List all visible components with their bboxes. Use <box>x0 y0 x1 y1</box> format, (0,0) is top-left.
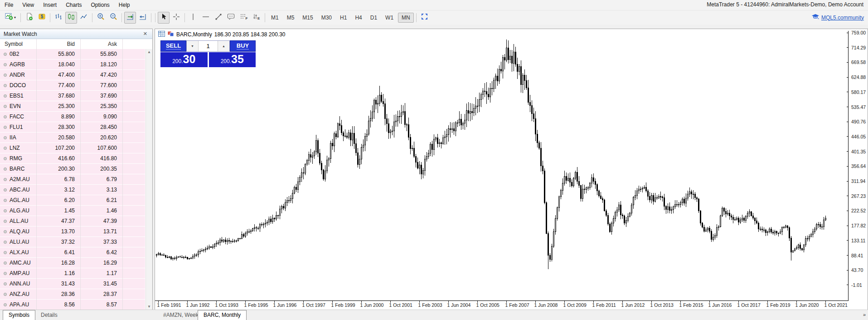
bar-chart-icon <box>54 13 63 22</box>
chart-shift-button[interactable] <box>137 12 149 24</box>
market-watch-row-AMP.AU[interactable]: AMP.AU1.161.17 <box>0 268 145 278</box>
line-chart-mode-button[interactable] <box>78 12 90 24</box>
fullscreen-button[interactable] <box>419 12 431 24</box>
mql5-link-text[interactable]: MQL5.community <box>821 15 864 21</box>
market-watch-row-ANN.AU[interactable]: ANN.AU31.4331.45 <box>0 279 145 289</box>
tab-details[interactable]: Details <box>35 311 63 319</box>
tab-overflow-chevron[interactable]: » <box>863 312 866 317</box>
crosshair-tool-button[interactable] <box>170 12 182 24</box>
market-watch-row-APA.AU[interactable]: APA.AU8.568.57 <box>0 300 145 310</box>
trendline-tool-button[interactable] <box>213 12 224 24</box>
buy-button[interactable]: BUY <box>230 40 256 52</box>
market-watch-scrollbar[interactable]: ▲ ▼ <box>145 49 152 310</box>
chart-tab-barc-monthly[interactable]: BARC, Monthly <box>198 310 247 320</box>
zoom-out-button[interactable] <box>107 12 119 24</box>
market-watch-row-AMC.AU[interactable]: AMC.AU16.2816.29 <box>0 258 145 268</box>
column-header-ask[interactable]: Ask <box>80 41 122 47</box>
price-axis-label: 624.88 <box>851 74 866 80</box>
bid-value: 18.040 <box>36 61 80 68</box>
market-watch-row-ALU.AU[interactable]: ALU.AU37.3237.33 <box>0 237 145 247</box>
zoom-in-button[interactable] <box>95 12 107 24</box>
timeframe-h4[interactable]: H4 <box>351 13 365 23</box>
deposit-button[interactable]: $ <box>36 12 48 24</box>
toolbar-separator <box>151 13 151 22</box>
column-header-bid[interactable]: Bid <box>36 41 80 47</box>
market-watch-row-A2M.AU[interactable]: A2M.AU6.786.79 <box>0 174 145 184</box>
timeframe-h1[interactable]: H1 <box>336 13 350 23</box>
bid-value: 47.400 <box>36 72 80 78</box>
scroll-down-icon[interactable]: ▼ <box>147 305 151 309</box>
market-watch-row-FACC[interactable]: FACC8.8909.090 <box>0 112 145 122</box>
market-watch-row-RMG[interactable]: RMG416.60416.80 <box>0 153 145 163</box>
market-watch-row-ALL.AU[interactable]: ALL.AU47.3747.39 <box>0 216 145 226</box>
bid-value: 47.37 <box>36 218 80 224</box>
market-watch-row-ALX.AU[interactable]: ALX.AU6.416.42 <box>0 247 145 257</box>
ask-value: 200.35 <box>80 166 122 172</box>
market-watch-row-ALQ.AU[interactable]: ALQ.AU13.7013.71 <box>0 226 145 236</box>
fibonacci-tool-button[interactable]: F <box>238 12 250 24</box>
vertical-line-tool-button[interactable] <box>187 12 199 24</box>
menu-file[interactable]: File <box>0 0 18 10</box>
timeframe-mn[interactable]: MN <box>398 13 414 23</box>
volume-decrease-icon[interactable]: ▼ <box>187 41 199 51</box>
chart-window[interactable]: BARC,Monthly 186.30 203.85 184.38 200.30… <box>155 29 868 310</box>
column-header-symbol[interactable]: Symbol <box>0 41 36 47</box>
timeframe-m30[interactable]: M30 <box>318 13 335 23</box>
market-watch-row-FLU1[interactable]: FLU128.30028.450 <box>0 122 145 132</box>
market-watch-row-LNZ[interactable]: LNZ107.200107.600 <box>0 143 145 153</box>
market-watch-row-EVN[interactable]: EVN25.30025.350 <box>0 101 145 111</box>
new-chart-dropdown-icon[interactable]: ▾ <box>14 15 16 20</box>
chart-canvas[interactable] <box>155 29 868 310</box>
market-watch-row-AGL.AU[interactable]: AGL.AU6.206.21 <box>0 195 145 205</box>
market-watch-row-EBS1[interactable]: EBS137.68037.690 <box>0 91 145 101</box>
horizontal-line-tool-button[interactable] <box>200 12 212 24</box>
ask-value: 18.120 <box>80 61 122 68</box>
sell-button[interactable]: SELL <box>160 40 186 52</box>
menu-charts[interactable]: Charts <box>61 0 86 10</box>
market-watch-row-0B2[interactable]: 0B255.80055.850 <box>0 49 145 59</box>
bid-value: 6.41 <box>36 249 80 256</box>
new-chart-button[interactable]: ▾ <box>3 12 18 24</box>
market-watch-row-BARC[interactable]: BARC200.30200.35 <box>0 164 145 174</box>
bid-value: 77.400 <box>36 82 80 89</box>
volume-increase-icon[interactable]: ▲ <box>218 41 229 51</box>
market-watch-row-DOCO[interactable]: DOCO77.40077.600 <box>0 80 145 90</box>
bar-chart-mode-button[interactable] <box>53 12 64 24</box>
timeframe-m5[interactable]: M5 <box>283 13 298 23</box>
tab-symbols[interactable]: Symbols <box>3 310 35 320</box>
ask-value: 28.450 <box>80 124 122 130</box>
menu-view[interactable]: View <box>18 0 39 10</box>
close-icon[interactable]: ✕ <box>142 31 149 37</box>
market-watch-row-ABC.AU[interactable]: ABC.AU3.123.13 <box>0 185 145 195</box>
symbol-status-icon <box>4 241 7 244</box>
mql5-community-link[interactable]: MQL5.community <box>811 14 866 22</box>
deposit-icon: $ <box>38 13 46 22</box>
market-watch-row-ALG.AU[interactable]: ALG.AU1.451.46 <box>0 206 145 216</box>
scroll-up-icon[interactable]: ▲ <box>147 50 151 54</box>
symbol-status-icon <box>4 53 7 56</box>
auto-scroll-button[interactable] <box>124 12 136 24</box>
timeframe-d1[interactable]: D1 <box>367 13 381 23</box>
window-title: MetaTrader 5 - 41244960: AdmiralMarkets-… <box>707 1 863 8</box>
date-axis-label: 1 Oct 2001 <box>389 302 412 308</box>
timeframe-w1[interactable]: W1 <box>382 13 397 23</box>
market-watch-panel: Market Watch ✕ Symbol Bid Ask 0B255.8005… <box>0 29 153 310</box>
market-watch-row-ANZ.AU[interactable]: ANZ.AU28.3628.37 <box>0 289 145 299</box>
menu-insert[interactable]: Insert <box>39 0 61 10</box>
text-comment-tool-button[interactable] <box>225 12 237 24</box>
menu-help[interactable]: Help <box>114 0 135 10</box>
volume-value[interactable]: 1 <box>199 43 218 49</box>
new-order-button[interactable] <box>23 12 35 24</box>
cursor-tool-button[interactable] <box>158 12 170 24</box>
ask-value: 47.420 <box>80 72 122 78</box>
volume-stepper: ▼ 1 ▲ <box>186 40 230 52</box>
timeframe-m15[interactable]: M15 <box>299 13 316 23</box>
market-watch-row-AGRB[interactable]: AGRB18.04018.120 <box>0 59 145 69</box>
menu-options[interactable]: Options <box>87 0 114 10</box>
timeframe-m1[interactable]: M1 <box>267 13 282 23</box>
symbol-status-icon <box>4 188 7 192</box>
candlestick-mode-button[interactable] <box>65 12 77 24</box>
market-watch-row-ANDR[interactable]: ANDR47.40047.420 <box>0 70 145 80</box>
market-watch-row-IIA[interactable]: IIA20.58020.620 <box>0 133 145 143</box>
elliott-tool-button[interactable]: E <box>251 12 262 24</box>
